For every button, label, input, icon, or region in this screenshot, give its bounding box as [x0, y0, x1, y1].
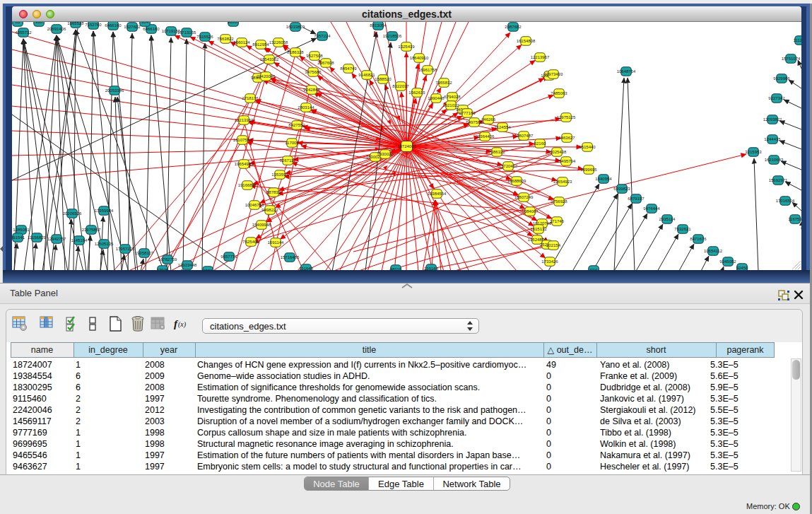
svg-text:2718176: 2718176 [242, 96, 259, 100]
svg-text:1285061: 1285061 [13, 228, 30, 232]
svg-text:930: 930 [35, 22, 43, 24]
svg-text:4055712: 4055712 [15, 30, 32, 35]
svg-text:6521: 6521 [203, 269, 213, 270]
svg-text:7515526: 7515526 [196, 35, 213, 39]
svg-text:1733426: 1733426 [541, 259, 558, 264]
svg-text:1065528: 1065528 [67, 22, 84, 25]
svg-text:16713155: 16713155 [177, 30, 196, 35]
svg-text:15720407: 15720407 [499, 164, 518, 168]
svg-text:8471676: 8471676 [690, 237, 707, 241]
svg-text:10654112: 10654112 [704, 249, 723, 253]
svg-text:1930022: 1930022 [377, 152, 394, 156]
svg-text:15692971: 15692971 [769, 178, 788, 182]
svg-text:11156829: 11156829 [28, 235, 46, 240]
svg-text:10807487: 10807487 [514, 134, 534, 138]
svg-text:13226058: 13226058 [269, 40, 288, 45]
svg-text:16210643: 16210643 [765, 158, 784, 162]
svg-text:12093822: 12093822 [763, 117, 782, 122]
svg-text:9463627: 9463627 [558, 136, 575, 140]
svg-text:3475685: 3475685 [305, 70, 322, 74]
svg-text:10688609: 10688609 [507, 179, 526, 183]
svg-text:9242848: 9242848 [303, 88, 320, 92]
svg-text:19358107: 19358107 [135, 251, 154, 255]
svg-text:9084067: 9084067 [522, 209, 539, 214]
svg-text:91067: 91067 [228, 22, 240, 24]
svg-text:6466160: 6466160 [105, 23, 122, 28]
svg-text:16782759: 16782759 [158, 257, 177, 262]
svg-text:20053346: 20053346 [105, 88, 124, 93]
svg-text:23420046: 23420046 [257, 74, 276, 78]
svg-text:9756928: 9756928 [551, 199, 567, 204]
svg-text:1527602: 1527602 [124, 25, 141, 29]
svg-text:8813054: 8813054 [370, 23, 387, 28]
svg-text:18807249: 18807249 [514, 195, 534, 199]
svg-text:8912954: 8912954 [252, 42, 269, 47]
svg-text:9329966: 9329966 [773, 76, 790, 81]
svg-text:1640954: 1640954 [595, 177, 612, 181]
svg-text:16543362: 16543362 [260, 57, 279, 62]
svg-text:8427552: 8427552 [288, 123, 305, 127]
svg-text:15716485: 15716485 [281, 255, 300, 259]
svg-text:19654963: 19654963 [235, 162, 254, 166]
svg-text:15751074: 15751074 [782, 57, 801, 61]
svg-text:1691144: 1691144 [268, 240, 285, 245]
svg-text:17016504: 17016504 [776, 199, 795, 203]
svg-text:7357224: 7357224 [314, 34, 331, 38]
svg-text:2935114: 2935114 [659, 217, 676, 221]
svg-text:17957225: 17957225 [116, 247, 135, 251]
svg-text:131648: 131648 [299, 267, 314, 270]
svg-text:104: 104 [141, 22, 149, 24]
svg-text:8186328: 8186328 [287, 50, 304, 54]
svg-text:116753: 116753 [788, 217, 801, 221]
svg-text:15409948: 15409948 [252, 223, 271, 227]
svg-text:6466160: 6466160 [143, 27, 160, 31]
svg-text:20364436: 20364436 [476, 134, 495, 139]
svg-text:6497568: 6497568 [466, 120, 483, 124]
svg-text:2803144: 2803144 [298, 105, 314, 110]
svg-text:23975867: 23975867 [82, 228, 101, 232]
svg-text:3124554: 3124554 [494, 125, 511, 129]
svg-text:9515440: 9515440 [579, 145, 596, 149]
svg-text:12213363: 12213363 [235, 118, 254, 122]
svg-text:10025438: 10025438 [548, 150, 567, 154]
svg-text:20691406: 20691406 [47, 27, 66, 31]
svg-text:6794028: 6794028 [444, 95, 461, 99]
svg-text:1615132: 1615132 [530, 227, 547, 231]
svg-text:111234: 111234 [793, 38, 801, 42]
svg-text:1244415: 1244415 [764, 137, 781, 141]
svg-text:12923448: 12923448 [178, 263, 197, 267]
svg-text:12942757: 12942757 [47, 237, 66, 241]
svg-text:2087682: 2087682 [505, 25, 522, 29]
svg-text:3267110: 3267110 [280, 158, 297, 163]
svg-text:17359924: 17359924 [95, 209, 114, 213]
svg-text:92450: 92450 [736, 266, 748, 270]
svg-text:7152760: 7152760 [85, 23, 102, 27]
svg-text:8454749: 8454749 [340, 66, 357, 71]
svg-text:6939823: 6939823 [613, 187, 630, 191]
svg-text:9699695: 9699695 [580, 168, 597, 172]
svg-text:(x): (x) [178, 320, 187, 329]
svg-text:10046758: 10046758 [245, 203, 264, 207]
svg-text:6879197: 6879197 [628, 197, 645, 201]
svg-text:16154808: 16154808 [517, 39, 536, 43]
svg-text:9227342: 9227342 [768, 96, 785, 100]
svg-text:8660124: 8660124 [233, 40, 250, 45]
svg-text:8322037: 8322037 [392, 84, 409, 88]
svg-text:3215953: 3215953 [745, 150, 762, 154]
svg-text:9146821: 9146821 [358, 73, 375, 77]
svg-text:746266: 746266 [481, 117, 496, 122]
svg-text:12975125: 12975125 [557, 115, 576, 119]
svg-text:19654923: 19654923 [553, 180, 572, 184]
svg-text:9245052: 9245052 [719, 259, 736, 264]
svg-text:12505135: 12505135 [95, 242, 114, 246]
svg-text:887833: 887833 [266, 190, 281, 194]
svg-text:7625402: 7625402 [242, 240, 259, 244]
svg-text:7485063: 7485063 [551, 91, 567, 95]
svg-text:9657771: 9657771 [220, 255, 237, 259]
svg-text:17935: 17935 [157, 268, 169, 270]
svg-text:2367608: 2367608 [317, 61, 334, 65]
svg-text:1353594: 1353594 [271, 173, 288, 177]
svg-text:62160: 62160 [534, 141, 546, 146]
svg-text:9527508: 9527508 [306, 54, 323, 58]
svg-text:202154: 202154 [546, 243, 561, 247]
